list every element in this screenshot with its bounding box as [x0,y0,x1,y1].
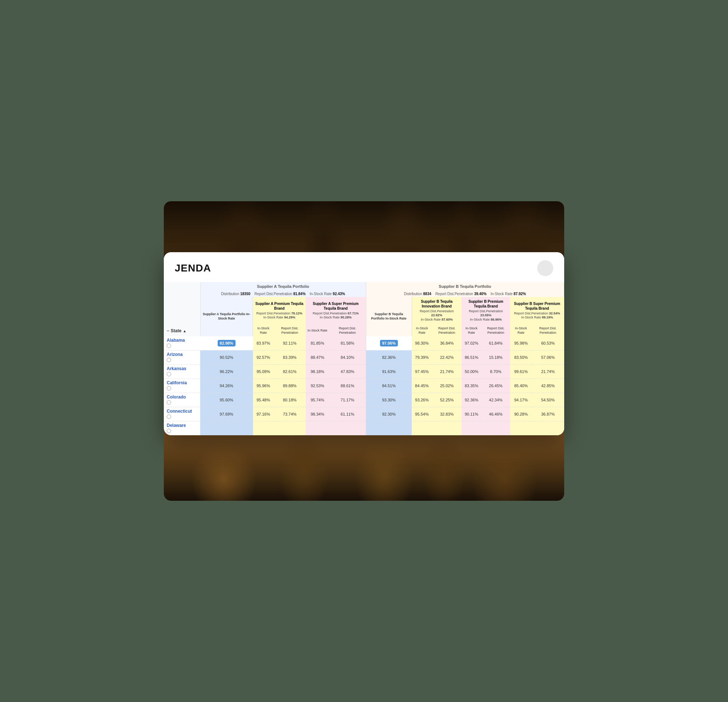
supplier-a-header: Supplier A Tequila Portfolio [200,282,366,291]
b-innovation-reportdist: 21.74% [432,365,462,379]
state-circle[interactable] [167,344,171,348]
a-premium-instock: 83.97% [253,336,274,351]
supplier-a-portfolio-instock: 82.98% [200,336,253,351]
a-premium-reportdist: 92.11% [274,336,306,351]
b-innovation-reportdist: 32.83% [432,407,462,422]
supplier-a-portfolio-instock: 96.22% [200,365,253,379]
a-premium-instock: 92.57% [253,351,274,365]
card-header: JENDA [164,252,564,282]
b-superpremium-instock: 99.61% [510,365,532,379]
supplier-a-portfolio-instock [200,422,253,436]
a-superpremium-instock: 98.18% [306,365,329,379]
b-premium-instock: 83.35% [462,379,481,393]
b-innovation-instock: 98.30% [412,336,432,351]
state-cell: Delaware [164,422,200,436]
state-circle[interactable] [167,358,171,362]
b-superpremium-instock: 94.17% [510,393,532,407]
b-innovation-instock: 93.26% [412,393,432,407]
col-superpremium-instock: In-Stock Rate [306,325,329,336]
data-table-container[interactable]: − State ▲ Supplier A Tequila Portfolio S… [164,282,564,435]
state-filter[interactable]: − State ▲ [167,328,197,333]
b-superpremium-instock: 83.50% [510,351,532,365]
caret-icon: ▲ [183,329,186,333]
state-cell: Arkansas [164,365,200,379]
state-name[interactable]: Arkansas [167,366,197,371]
supplier-b-innovation-brand-header: Supplier B Tequila Innovation Brand Repo… [412,297,462,325]
a-superpremium-reportdist: 61.11% [329,407,366,422]
a-premium-reportdist: 82.61% [274,365,306,379]
supplier-b-portfolio-instock: 93.30% [366,393,412,407]
b-superpremium-instock: 95.98% [510,336,532,351]
supplier-a-portfolio-instock: 94.26% [200,379,253,393]
state-cell: Colorado [164,393,200,407]
table-row: Delaware [164,422,564,436]
data-table: − State ▲ Supplier A Tequila Portfolio S… [164,282,564,435]
table-row: Arkansas 96.22%95.09%82.61%98.18%47.83%9… [164,365,564,379]
b-superpremium-instock [510,422,532,436]
b-premium-instock [462,422,481,436]
main-card: JENDA − State ▲ [164,252,564,435]
state-circle[interactable] [167,372,171,376]
state-cell: Connecticut [164,407,200,422]
supplier-a-premium-brand-header: Supplier A Premium Tequila Brand Report … [253,297,306,325]
b-superpremium-reportdist: 36.87% [532,407,564,422]
b-superpremium-reportdist: 57.06% [532,351,564,365]
a-premium-reportdist: 80.18% [274,393,306,407]
state-circle[interactable] [167,386,171,390]
background-photo-bottom [164,428,564,501]
col-b-innovation-instock: In-Stock Rate [412,325,432,336]
header-avatar[interactable] [537,260,553,276]
a-superpremium-instock: 95.74% [306,393,329,407]
state-circle[interactable] [167,400,171,405]
col-b-superpremium-reportdist: Report Dist. Penetration [532,325,564,336]
state-circle[interactable] [167,429,171,433]
col-b-premium-instock: In-Stock Rate [462,325,481,336]
b-premium-reportdist: 8.70% [482,365,510,379]
a-superpremium-reportdist: 88.61% [329,379,366,393]
state-cell: California [164,379,200,393]
col-premium-instock: In-Stock Rate [253,325,274,336]
b-premium-reportdist: 15.18% [482,351,510,365]
a-superpremium-reportdist: 81.58% [329,336,366,351]
a-superpremium-reportdist: 84.10% [329,351,366,365]
state-name[interactable]: Delaware [167,423,197,428]
b-premium-instock: 92.36% [462,393,481,407]
a-superpremium-reportdist: 47.83% [329,365,366,379]
a-superpremium-instock: 98.34% [306,407,329,422]
col-b-premium-reportdist: Report Dist. Penetration [482,325,510,336]
b-innovation-reportdist: 36.84% [432,336,462,351]
b-premium-instock: 86.51% [462,351,481,365]
state-name[interactable]: California [167,380,197,386]
state-name[interactable]: Connecticut [167,409,197,414]
supplier-b-portfolio-header: Supplier B Tequila Portfolio In-Stock Ra… [366,297,412,336]
state-name[interactable]: Colorado [167,394,197,400]
b-innovation-reportdist: 25.02% [432,379,462,393]
b-superpremium-reportdist: 54.50% [532,393,564,407]
table-row: California 94.26%95.96%89.88%92.53%88.61… [164,379,564,393]
minus-icon: − [167,328,169,333]
state-name[interactable]: Arizona [167,352,197,357]
state-name[interactable]: Alabama [167,338,197,343]
state-cell: Alabama [164,336,200,351]
supplier-b-portfolio-instock [366,422,412,436]
col-b-innovation-reportdist: Report Dist. Penetration [432,325,462,336]
col-b-superpremium-instock: In-Stock Rate [510,325,532,336]
b-superpremium-instock: 90.28% [510,407,532,422]
supplier-a-stats: Distribution 18350 Report Dist.Penetrati… [200,291,366,297]
b-innovation-reportdist: 22.42% [432,351,462,365]
b-innovation-reportdist [432,422,462,436]
col-superpremium-reportdist: Report Dist. Penetration [329,325,366,336]
a-premium-reportdist [274,422,306,436]
state-circle[interactable] [167,415,171,419]
a-superpremium-reportdist: 71.17% [329,393,366,407]
a-superpremium-instock: 81.85% [306,336,329,351]
supplier-a-portfolio-instock: 90.52% [200,351,253,365]
state-cell: Arizona [164,351,200,365]
b-innovation-instock: 95.54% [412,407,432,422]
state-filter-label: State [171,328,181,333]
b-innovation-reportdist: 52.25% [432,393,462,407]
supplier-a-portfolio-instock: 97.69% [200,407,253,422]
b-superpremium-reportdist [532,422,564,436]
table-row: Colorado 95.60%95.48%80.18%95.74%71.17%9… [164,393,564,407]
b-innovation-instock: 84.45% [412,379,432,393]
